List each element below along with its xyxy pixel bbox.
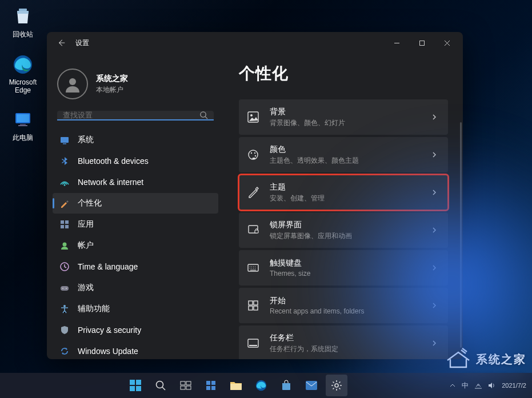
taskbar-edge-icon[interactable] (250, 375, 272, 396)
svg-point-23 (250, 114, 253, 116)
tray-ime-icon[interactable]: 中 (462, 381, 469, 391)
minimize-button[interactable] (384, 34, 409, 51)
taskbar-search-icon[interactable] (150, 375, 171, 396)
window-title: 设置 (75, 38, 89, 48)
recycle-bin-icon (11, 5, 34, 27)
chevron-right-icon (431, 264, 438, 271)
sidebar-item-system[interactable]: 系统 (53, 130, 218, 150)
settings-window: 设置 系统之家 本地帐户 系统Bluetooth & devicesNetwor… (47, 32, 463, 359)
svg-rect-5 (18, 125, 27, 126)
widgets-icon[interactable] (200, 375, 222, 396)
main-content: 个性化 背景背景图像、颜色、幻灯片颜色主题色、透明效果、颜色主题主题安装、创建、… (223, 54, 463, 359)
svg-rect-38 (136, 380, 141, 385)
tray-date[interactable]: 2021/7/2 (502, 382, 526, 389)
tray-volume-icon[interactable] (488, 382, 496, 389)
svg-rect-37 (130, 380, 135, 385)
card-title: 触摸键盘 (270, 258, 421, 268)
svg-rect-15 (65, 225, 69, 228)
svg-rect-32 (254, 301, 258, 305)
svg-point-16 (63, 243, 67, 247)
tray-network-icon[interactable] (474, 382, 482, 389)
sidebar-item-label: Windows Update (78, 347, 138, 356)
taskbar-settings-icon[interactable] (326, 375, 347, 396)
desktop-icon-recycle-bin[interactable]: 回收站 (11, 5, 34, 39)
card-start[interactable]: 开始Recent apps and items, folders (239, 288, 448, 323)
scrollbar[interactable] (460, 122, 462, 348)
sidebar-item-privacy[interactable]: Privacy & security (53, 320, 218, 340)
accounts-icon (59, 240, 70, 251)
tray-chevron-up-icon[interactable] (449, 382, 456, 389)
sidebar-item-personalization[interactable]: 个性化 (53, 193, 218, 214)
sidebar-item-accessibility[interactable]: 辅助功能 (53, 299, 218, 319)
svg-point-21 (63, 305, 66, 307)
card-touchkbd[interactable]: 触摸键盘Themes, size (239, 250, 448, 286)
system-tray[interactable]: 中 2021/7/2 (449, 381, 532, 391)
card-desc: 锁定屏幕图像、应用和动画 (270, 231, 421, 241)
svg-rect-12 (61, 220, 64, 224)
search-box[interactable] (57, 111, 214, 120)
svg-rect-40 (136, 386, 141, 391)
desktop-icon-this-pc[interactable]: 此电脑 (11, 108, 34, 143)
sidebar-item-apps[interactable]: 应用 (53, 214, 218, 235)
account-name: 系统之家 (96, 74, 128, 84)
svg-point-26 (254, 152, 255, 154)
titlebar[interactable]: 设置 (47, 32, 463, 54)
time-icon (59, 262, 70, 272)
background-icon (247, 111, 259, 123)
taskbar-store-icon[interactable] (275, 375, 297, 396)
svg-rect-39 (130, 386, 135, 391)
card-themes[interactable]: 主题安装、创建、管理 (239, 175, 448, 210)
lockscreen-icon (247, 224, 259, 236)
desktop-icon-label: Microsoft Edge (9, 78, 37, 94)
chevron-right-icon (431, 302, 438, 309)
card-background[interactable]: 背景背景图像、颜色、幻灯片 (239, 99, 448, 135)
svg-rect-3 (17, 114, 29, 122)
start-icon (247, 299, 259, 312)
page-title: 个性化 (239, 63, 448, 85)
sidebar-item-time[interactable]: Time & language (53, 256, 218, 277)
sidebar-item-bluetooth[interactable]: Bluetooth & devices (53, 151, 218, 171)
svg-point-19 (62, 288, 63, 289)
svg-rect-46 (206, 381, 210, 385)
svg-rect-13 (65, 220, 69, 224)
sidebar-item-accounts[interactable]: 帐户 (53, 235, 218, 256)
bluetooth-icon (59, 156, 70, 166)
taskbar[interactable]: 中 2021/7/2 (0, 373, 532, 398)
taskbar-explorer-icon[interactable] (225, 375, 247, 396)
card-lockscreen[interactable]: 锁屏界面锁定屏幕图像、应用和动画 (239, 212, 448, 248)
card-colors[interactable]: 颜色主题色、透明效果、颜色主题 (239, 137, 448, 172)
desktop-icon-edge[interactable]: Microsoft Edge (9, 53, 37, 94)
card-title: 锁屏界面 (270, 220, 421, 230)
sidebar-item-network[interactable]: Network & internet (53, 172, 218, 192)
svg-rect-0 (19, 9, 27, 11)
update-icon (59, 346, 70, 356)
chevron-right-icon (431, 151, 438, 158)
svg-point-8 (201, 112, 206, 117)
sidebar-item-label: 帐户 (78, 240, 94, 251)
chevron-right-icon (431, 227, 438, 234)
back-button[interactable] (54, 35, 70, 51)
task-view-icon[interactable] (175, 375, 197, 396)
svg-rect-49 (211, 386, 215, 390)
maximize-button[interactable] (409, 34, 434, 51)
sidebar-item-gaming[interactable]: 游戏 (53, 278, 218, 298)
svg-rect-48 (206, 386, 210, 390)
card-taskbar[interactable]: 任务栏任务栏行为，系统固定 (239, 325, 448, 359)
card-desc: 主题色、透明效果、颜色主题 (270, 156, 421, 166)
svg-rect-9 (61, 137, 69, 143)
sidebar-item-label: Privacy & security (78, 325, 141, 335)
svg-rect-6 (419, 41, 424, 45)
sidebar-item-update[interactable]: Windows Update (53, 341, 218, 359)
svg-rect-31 (249, 301, 253, 305)
close-button[interactable] (434, 34, 459, 51)
taskbar-mail-icon[interactable] (301, 375, 322, 396)
account-block[interactable]: 系统之家 本地帐户 (53, 64, 218, 111)
svg-rect-10 (63, 143, 66, 144)
avatar-icon (57, 69, 88, 99)
watermark-logo-icon (445, 348, 471, 371)
chevron-right-icon (431, 189, 438, 196)
svg-rect-42 (181, 381, 185, 385)
svg-rect-43 (186, 381, 191, 385)
start-button[interactable] (125, 375, 146, 396)
search-input[interactable] (63, 111, 199, 119)
